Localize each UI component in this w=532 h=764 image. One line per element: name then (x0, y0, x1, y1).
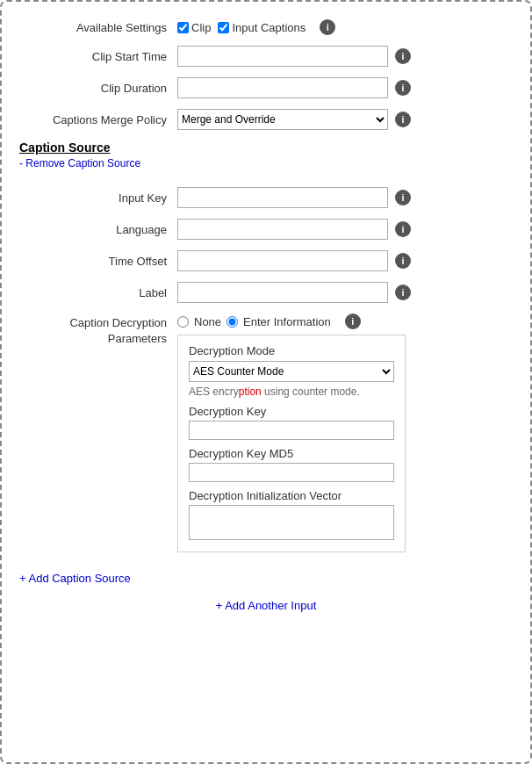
none-radio[interactable] (177, 316, 189, 328)
time-offset-info-icon[interactable]: i (395, 253, 411, 269)
input-captions-checkbox-label[interactable]: Input Captions (218, 21, 306, 34)
input-key-info-icon[interactable]: i (395, 190, 411, 205)
input-captions-checkbox[interactable] (218, 22, 229, 33)
captions-merge-policy-select[interactable]: Merge and Override Override Merge (177, 109, 388, 130)
add-caption-source-link[interactable]: + Add Caption Source (19, 572, 131, 585)
caption-decryption-info-icon[interactable]: i (345, 314, 361, 329)
decryption-key-input[interactable] (189, 421, 394, 440)
decryption-mode-label: Decryption Mode (189, 344, 394, 357)
caption-source-title: Caption Source (19, 141, 110, 155)
decryption-hint: AES encryption using counter mode. (189, 386, 394, 398)
language-input[interactable] (177, 219, 388, 240)
label-field-input[interactable] (177, 282, 388, 303)
time-offset-label: Time Offset (19, 255, 177, 268)
clip-start-time-info-icon[interactable]: i (395, 48, 411, 64)
decryption-key-label: Decryption Key (189, 405, 394, 418)
label-field-label: Label (19, 286, 177, 299)
decryption-vector-label: Decryption Initialization Vector (189, 489, 394, 502)
enter-info-radio[interactable] (226, 316, 238, 328)
clip-checkbox[interactable] (177, 22, 189, 33)
clip-duration-label: Clip Duration (19, 82, 177, 95)
captions-merge-policy-label: Captions Merge Policy (19, 113, 177, 126)
decryption-mode-select[interactable]: AES Counter Mode AES CBC Mode None (189, 361, 394, 382)
clip-duration-input[interactable] (177, 77, 388, 98)
language-info-icon[interactable]: i (395, 221, 411, 237)
caption-decryption-label: Caption Decryption Parameters (19, 314, 177, 347)
clip-start-time-label: Clip Start Time (19, 50, 177, 63)
enter-info-radio-label: Enter Information (243, 315, 331, 328)
decryption-vector-input[interactable] (189, 505, 394, 540)
clip-start-time-input[interactable] (177, 46, 388, 67)
input-key-label: Input Key (19, 191, 177, 205)
decryption-box: Decryption Mode AES Counter Mode AES CBC… (177, 335, 406, 552)
language-label: Language (19, 223, 177, 236)
add-another-input-link[interactable]: + Add Another Input (216, 599, 317, 612)
input-key-input[interactable] (177, 187, 388, 208)
clip-duration-info-icon[interactable]: i (395, 80, 411, 96)
decryption-key-md5-label: Decryption Key MD5 (189, 447, 394, 460)
none-radio-label: None (194, 315, 221, 328)
time-offset-input[interactable] (177, 250, 388, 271)
decryption-key-md5-input[interactable] (189, 463, 394, 482)
captions-merge-policy-info-icon[interactable]: i (395, 112, 411, 127)
clip-checkbox-label[interactable]: Clip (177, 21, 211, 34)
available-settings-info-icon[interactable]: i (320, 19, 335, 35)
available-settings-label: Available Settings (19, 21, 177, 34)
label-field-info-icon[interactable]: i (395, 285, 411, 300)
remove-caption-source-link[interactable]: - Remove Caption Source (19, 157, 140, 169)
